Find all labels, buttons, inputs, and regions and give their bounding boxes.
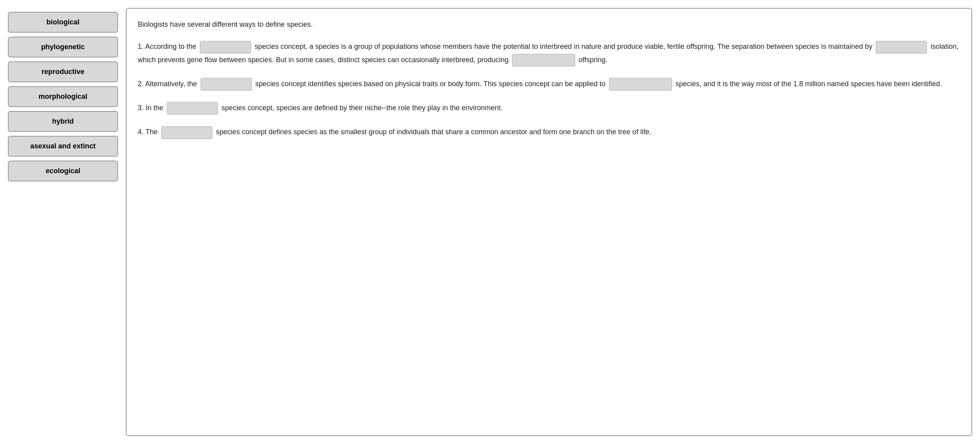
section-1-text: 1. According to the species concept, a s… (138, 40, 960, 67)
drag-item-asexual-and-extinct[interactable]: asexual and extinct (8, 136, 118, 157)
blank-2-2[interactable] (609, 78, 672, 91)
section-2-text: 2. Alternatively, the species concept id… (138, 78, 960, 91)
section-4-text: 4. The species concept defines species a… (138, 126, 960, 139)
blank-4-1[interactable] (161, 126, 212, 139)
drag-item-biological[interactable]: biological (8, 12, 118, 33)
drag-item-hybrid[interactable]: hybrid (8, 111, 118, 132)
blank-1-2[interactable] (876, 41, 927, 54)
section-4: 4. The species concept defines species a… (138, 126, 960, 139)
blank-3-1[interactable] (167, 102, 218, 115)
section-1: 1. According to the species concept, a s… (138, 40, 960, 67)
drag-item-reproductive[interactable]: reproductive (8, 61, 118, 82)
blank-1-3[interactable] (512, 54, 575, 67)
drag-item-phylogenetic[interactable]: phylogenetic (8, 37, 118, 57)
section-2: 2. Alternatively, the species concept id… (138, 78, 960, 91)
section-3-text: 3. In the species concept, species are d… (138, 102, 960, 115)
intro-text: Biologists have several different ways t… (138, 18, 960, 31)
main-content: Biologists have several different ways t… (126, 8, 972, 436)
blank-1-1[interactable] (200, 41, 251, 54)
drag-item-morphological[interactable]: morphological (8, 86, 118, 107)
sidebar: biological phylogenetic reproductive mor… (8, 8, 118, 436)
section-3: 3. In the species concept, species are d… (138, 102, 960, 115)
drag-item-ecological[interactable]: ecological (8, 161, 118, 181)
blank-2-1[interactable] (201, 78, 252, 91)
